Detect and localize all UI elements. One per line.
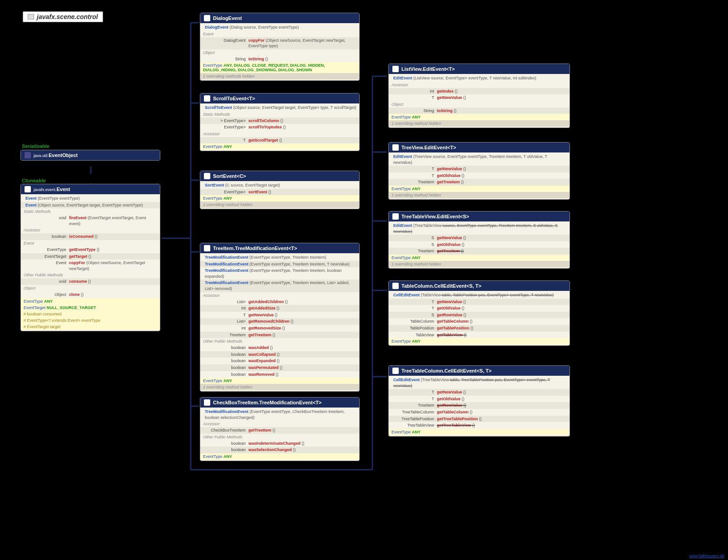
class-treemodevent: TreeItem.TreeModificationEvent<T> TreeMo…	[200, 243, 360, 392]
member-row: TgetNewValue ()	[389, 166, 570, 172]
member-row: intgetRemovedSize ()	[200, 325, 359, 332]
class-event: javafx.event.Event Event (EventType even…	[20, 184, 160, 331]
class-tablecolumncelleditevent: TableColumn.CellEditEvent<S, T> CellEdit…	[388, 280, 570, 346]
member-row: List>getRemovedChildren ()	[200, 318, 359, 325]
package-name: javafx.scene.control	[37, 13, 98, 20]
class-treetablecolumncelleditevent: TreeTableColumn.CellEditEvent<S, T> Cell…	[388, 365, 570, 437]
class-scrolltoevent: ScrollToEvent<T> ScrollToEvent (Object s…	[200, 93, 360, 151]
section-label: Object	[21, 285, 160, 291]
member-row: intgetIndex ()	[389, 88, 570, 95]
member-row: SgetRowValue ()	[389, 312, 570, 319]
section-label: Accessor	[21, 227, 160, 233]
member-row: SgetNewValue ()	[389, 235, 570, 241]
class-title: TreeTableColumn.CellEditEvent<S, T>	[401, 368, 491, 373]
member-row: booleanwasAdded ()	[200, 344, 359, 351]
member-row: voidconsume ()	[21, 278, 160, 285]
member-row: EventcopyFor (Object newSource, EventTar…	[21, 260, 160, 272]
member-row: TableViewgetTableView ()	[389, 332, 570, 339]
member-row: booleanwasIndeterminateChanged ()	[200, 440, 359, 447]
footer-note: 1 overriding method hidden	[389, 120, 570, 127]
constant-line: EventType ANY, DIALOG_CLOSE_REQUEST, DIA…	[200, 62, 359, 73]
member-row: booleanwasPermutated ()	[200, 364, 359, 371]
member-row: booleanwasExpanded ()	[200, 358, 359, 364]
constructor-row: TreeModificationEvent (EventType eventTy…	[200, 267, 359, 280]
footer-note: 1 overriding method hidden	[200, 384, 359, 390]
constant-line: EventType ANY	[21, 298, 160, 305]
member-row: TgetScrollTarget ()	[200, 137, 359, 144]
member-row: booleanwasRemoved ()	[200, 371, 359, 378]
package-icon	[28, 14, 34, 20]
class-icon	[25, 186, 31, 192]
section-label: Accessor	[200, 292, 359, 299]
member-row: TgetNewValue ()	[389, 299, 570, 305]
member-row: EventTypegetEventType ()	[21, 246, 160, 253]
section-label: Event	[200, 31, 359, 37]
constructor-row: TreeModificationEvent (EventType eventTy…	[200, 254, 359, 261]
member-row: booleanwasCollapsed ()	[200, 351, 359, 358]
class-listvieweditevent: ListView.EditEvent<T> EditEvent (ListVie…	[388, 64, 570, 128]
constructor-row: EditEvent (TreeView source, EventType ev…	[389, 153, 570, 166]
constant-line: EventType ANY	[389, 186, 570, 192]
class-eventobject: java.util.EventObject	[20, 150, 160, 161]
member-row: TableColumngetTableColumn ()	[389, 318, 570, 325]
constructor-row: SortEvent (C source, EventTarget target)	[200, 182, 359, 189]
constant-line: EventType ANY	[200, 143, 359, 150]
class-title: CheckBoxTreeItem.TreeModificationEvent<T…	[213, 400, 322, 405]
interface-cloneable: Cloneable	[22, 178, 46, 183]
member-row: TgetNewValue ()	[389, 94, 570, 101]
class-sortevent: SortEvent<C> SortEvent (C source, EventT…	[200, 171, 360, 209]
package-label: javafx.scene.control	[23, 11, 103, 22]
member-row: TgetOldValue ()	[389, 172, 570, 179]
member-row: TreeTableColumngetTableColumn ()	[389, 409, 570, 416]
member-row: TreeItemgetTreeItem ()	[389, 179, 570, 186]
section-label: Accessor	[200, 421, 359, 427]
watermark-link[interactable]: www.falkhausen.de	[689, 554, 724, 558]
member-row: booleanisConsumed ()	[21, 233, 160, 240]
member-row: Objectclone ()	[21, 291, 160, 298]
constructor-row: TreeModificationEvent (EventType eventTy…	[200, 408, 359, 421]
member-row: TablePositiongetTablePosition ()	[389, 325, 570, 332]
member-row: EventTargetgetTarget ()	[21, 253, 160, 260]
footer-note: 2 overriding methods hidden	[200, 73, 359, 79]
class-dialogevent: DialogEvent DialogEvent (Dialog source, …	[200, 13, 360, 81]
member-row: StringtoString ()	[200, 56, 359, 63]
constructor-row: TreeModificationEvent (EventType eventTy…	[200, 261, 359, 268]
class-treetablevieweditevent: TreeTableView.EditEvent<S> EditEvent (Tr…	[388, 211, 570, 269]
section-label: Static Methods	[200, 111, 359, 118]
section-label: Accessor	[389, 82, 570, 88]
member-row: TgetOldValue ()	[389, 396, 570, 403]
member-row: TreeTableViewgetTreeTableView ()	[389, 422, 570, 429]
constructor-row: CellEditEvent (TableView table, TablePos…	[389, 292, 570, 299]
class-title: javafx.event.Event	[34, 187, 70, 192]
member-row: SgetOldValue ()	[389, 241, 570, 248]
class-title: TreeItem.TreeModificationEvent<T>	[213, 246, 297, 251]
class-icon	[204, 95, 210, 102]
protected-field: # EventTarget target	[21, 324, 160, 330]
constructor-row: Event (EventType eventType)	[21, 195, 160, 202]
interface-serializable: Serializable	[22, 143, 50, 149]
class-title: DialogEvent	[213, 15, 242, 21]
member-row: voidfireEvent (EventTarget eventTarget, …	[21, 215, 160, 227]
class-title: ScrollToEvent<T>	[213, 96, 255, 101]
member-row: StringtoString ()	[389, 108, 570, 114]
constant-line: EventType ANY	[389, 338, 570, 344]
member-row: TgetNewValue ()	[389, 389, 570, 396]
constructor-row: EditEvent (TreeTableView source, EventTy…	[389, 222, 570, 235]
section-label: Object	[389, 101, 570, 108]
member-row: TreeTablePositiongetTreeTablePosition ()	[389, 416, 570, 422]
member-row: List>getAddedChildren ()	[200, 299, 359, 305]
class-treevieweditevent: TreeView.EditEvent<T> EditEvent (TreeVie…	[388, 142, 570, 200]
member-row: CheckBoxTreeItemgetTreeItem ()	[200, 427, 359, 434]
constructor-row: Event (Object source, EventTarget target…	[21, 202, 160, 209]
constructor-row: DialogEvent (Dialog source, EventType ev…	[200, 24, 359, 31]
constructor-row: CellEditEvent (TreeTableView table, Tree…	[389, 377, 570, 389]
member-row: EventType>sortEvent ()	[200, 189, 359, 196]
class-icon	[204, 399, 210, 406]
protected-field: # boolean consumed	[21, 311, 160, 317]
class-icon	[392, 144, 399, 151]
section-label: Other Public Methods	[200, 338, 359, 344]
class-checkboxtreeevent: CheckBoxTreeItem.TreeModificationEvent<T…	[200, 397, 360, 461]
footer-note: 1 overriding method hidden	[200, 201, 359, 208]
class-title: SortEvent<C>	[213, 173, 246, 179]
constant-line: EventType ANY	[389, 429, 570, 435]
